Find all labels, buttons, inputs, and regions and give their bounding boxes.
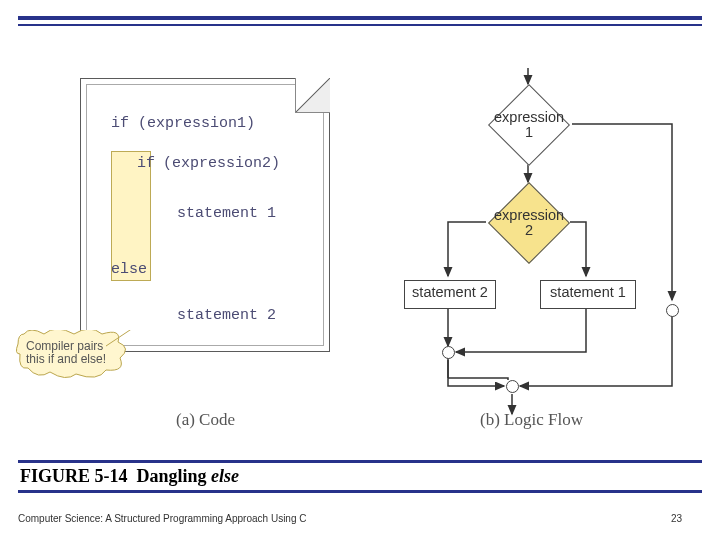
code-line5: statement 2 <box>177 307 276 324</box>
figure-number: FIGURE 5-14 <box>20 466 128 486</box>
page-fold-icon <box>295 78 330 113</box>
compiler-callout: Compiler pairs this if and else! <box>16 330 124 378</box>
box-statement2: statement 2 <box>404 280 496 309</box>
subcaption-a: (a) Code <box>176 410 235 430</box>
footer-text: Computer Science: A Structured Programmi… <box>18 513 306 524</box>
top-rule-thick <box>18 16 702 20</box>
code-line2-expr: (expression2) <box>163 155 280 172</box>
connector-2 <box>506 380 519 393</box>
svg-line-4 <box>448 360 508 380</box>
subcaption-b: (b) Logic Flow <box>480 410 583 430</box>
figure-title: Dangling <box>137 466 207 486</box>
code-line3: statement 1 <box>177 205 276 222</box>
footer: Computer Science: A Structured Programmi… <box>18 513 702 524</box>
top-rule-thin <box>18 24 702 26</box>
code-line1: if (expression1) <box>111 115 255 132</box>
diamond1-label: expression 1 <box>494 110 564 140</box>
box-statement1: statement 1 <box>540 280 636 309</box>
code-line4-else: else <box>111 261 147 278</box>
diamond2-label: expression 2 <box>494 208 564 238</box>
figure-title-else: else <box>211 466 239 486</box>
connector-3 <box>666 304 679 317</box>
callout-line2: this if and else! <box>26 352 106 366</box>
code-page: if (expression1) if (expression2) statem… <box>80 78 330 352</box>
page-number: 23 <box>671 513 682 524</box>
figure-caption: FIGURE 5-14 Dangling else <box>18 460 702 493</box>
connector-1 <box>442 346 455 359</box>
flowchart: expression 1 expression 2 statement 2 st… <box>400 62 700 422</box>
code-line2-if: if <box>137 155 155 172</box>
